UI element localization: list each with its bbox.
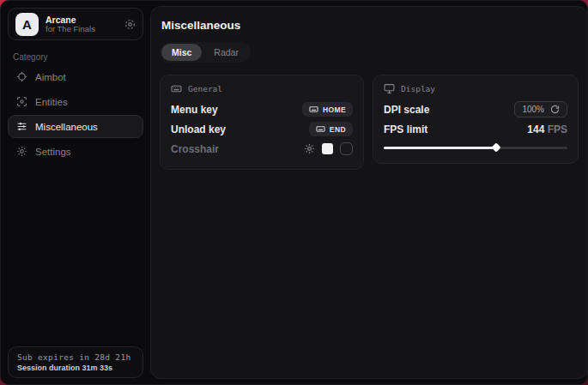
fps-limit-value: 144 FPS [527, 123, 567, 135]
fps-slider-knob[interactable] [491, 142, 500, 152]
brand-box: A Arcane for The Finals [8, 8, 143, 40]
refresh-icon [550, 105, 560, 114]
fps-unit: FPS [548, 123, 567, 135]
crosshair-color-swatch[interactable] [322, 143, 333, 154]
crosshair-icon [16, 71, 27, 82]
fps-slider[interactable] [384, 142, 567, 153]
menu-keybind-button[interactable]: HOME [302, 102, 353, 117]
target-icon[interactable] [124, 19, 136, 30]
sidebar-item-entities[interactable]: Entities [8, 90, 143, 113]
crosshair-row: Crosshair [171, 139, 353, 159]
unload-key-label: Unload key [171, 123, 226, 135]
crosshair-controls [304, 142, 353, 155]
keyboard-icon [316, 124, 325, 134]
sidebar-item-miscellaneous[interactable]: Miscellaneous [8, 115, 143, 138]
app-window: A Arcane for The Finals Category [0, 0, 588, 385]
fps-limit-label: FPS limit [384, 123, 427, 135]
crosshair-settings-button[interactable] [304, 143, 315, 154]
main-panel: Miscellaneous Misc Radar General [150, 6, 588, 379]
unload-keybind-value: END [330, 125, 346, 134]
menu-keybind-value: HOME [323, 105, 346, 114]
sliders-icon [16, 121, 27, 132]
brand-logo: A [15, 13, 39, 36]
fps-limit-row: FPS limit 144 FPS [384, 119, 567, 139]
crosshair-label: Crosshair [171, 143, 219, 155]
sidebar: A Arcane for The Finals Category [1, 1, 150, 384]
sidebar-nav: Aimbot Entities [8, 65, 143, 163]
sidebar-item-label: Settings [35, 147, 71, 157]
category-label: Category [13, 52, 143, 62]
session-duration-text: Session duration 31m 33s [17, 364, 134, 372]
sub-expiry-text: Sub expires in 28d 21h [17, 352, 134, 362]
sidebar-item-settings[interactable]: Settings [8, 140, 143, 163]
crosshair-checkbox[interactable] [340, 142, 353, 155]
unload-key-row: Unload key END [171, 119, 353, 139]
tab-bar: Misc Radar [160, 42, 251, 63]
general-card-title: General [188, 84, 222, 93]
dpi-scale-button[interactable]: 100% [514, 101, 567, 117]
fps-slider-fill [384, 147, 496, 149]
fps-number: 144 [527, 123, 544, 135]
gear-icon [16, 146, 27, 157]
gear-icon [304, 143, 315, 154]
tab-radar[interactable]: Radar [203, 44, 249, 61]
cards-row: General Menu key HOME Unload key [160, 75, 579, 170]
brand-text: Arcane for The Finals [45, 15, 118, 34]
brand-subtitle: for The Finals [45, 25, 118, 34]
sidebar-item-label: Miscellaneous [35, 122, 98, 132]
general-card: General Menu key HOME Unload key [160, 75, 364, 170]
sidebar-item-label: Entities [35, 97, 68, 107]
sidebar-item-label: Aimbot [35, 72, 66, 82]
brand-title: Arcane [45, 15, 118, 25]
general-card-header: General [171, 83, 353, 94]
display-card-header: Display [384, 83, 567, 94]
entities-icon [16, 96, 27, 107]
sidebar-item-aimbot[interactable]: Aimbot [8, 65, 143, 88]
keyboard-icon [171, 83, 182, 94]
page-title: Miscellaneous [161, 19, 579, 32]
dpi-scale-label: DPI scale [384, 104, 429, 116]
dpi-scale-row: DPI scale 100% [384, 99, 567, 119]
tab-misc[interactable]: Misc [161, 44, 202, 61]
display-card: Display DPI scale 100% [373, 75, 579, 164]
menu-key-row: Menu key HOME [171, 99, 353, 119]
keyboard-icon [309, 105, 318, 114]
monitor-icon [384, 83, 395, 94]
menu-key-label: Menu key [171, 104, 218, 116]
subscription-box: Sub expires in 28d 21h Session duration … [8, 346, 143, 378]
unload-keybind-button[interactable]: END [309, 122, 353, 136]
display-card-title: Display [401, 84, 435, 93]
dpi-scale-value: 100% [522, 105, 544, 114]
